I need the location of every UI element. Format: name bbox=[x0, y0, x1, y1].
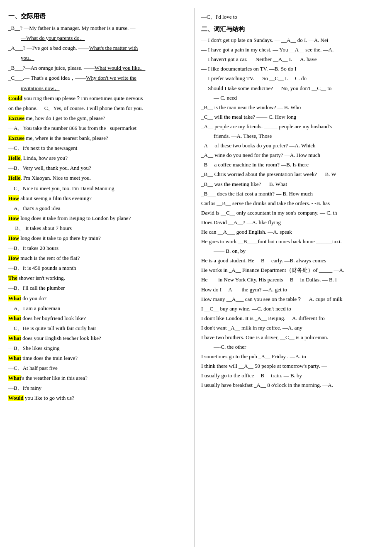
list-item: —B、She likes singing bbox=[8, 344, 188, 353]
list-item: —A、I am a policeman bbox=[8, 304, 188, 313]
list-item: —B、It is 450 pounds a month bbox=[8, 264, 188, 273]
list-item: — I don't get up late on Sundays. — __A_… bbox=[201, 36, 386, 45]
list-item: you。 bbox=[21, 54, 188, 63]
list-item: The shower isn't working. bbox=[8, 274, 188, 283]
list-item: — Should I take some medicine? — No, you… bbox=[201, 84, 386, 93]
list-item: What's the weather like in this area? bbox=[8, 374, 188, 383]
list-item: He is a good student. He __B__ early. —B… bbox=[201, 256, 386, 265]
highlight-word: Excuse bbox=[8, 115, 24, 121]
highlight-word: How bbox=[8, 235, 19, 241]
list-item: —C、Nice to meet you, too. I'm David Mann… bbox=[8, 184, 188, 193]
list-item: — I prefer watching TV. — So __C__ I. —C… bbox=[201, 74, 386, 83]
highlight-word: What bbox=[8, 335, 21, 341]
highlight-word: Hello bbox=[8, 155, 21, 161]
list-item: What do you do? bbox=[8, 294, 188, 303]
list-item: —B、 It takes about 7 hours bbox=[8, 224, 188, 233]
list-item: _C___.— That's a good idea，——Why don't w… bbox=[8, 73, 188, 83]
highlight-word: Hello bbox=[8, 175, 21, 181]
list-item: He____in New York City. His parents __B_… bbox=[201, 275, 386, 284]
list-item: —A、that's a good idea bbox=[8, 204, 188, 213]
list-item: —A、You take the number 866 bus from the … bbox=[8, 124, 188, 133]
list-item: He works in _A__ Finance Department（财务处）… bbox=[201, 266, 386, 275]
list-item: —B、It's rainy bbox=[8, 384, 188, 393]
list-item: I usually go to the office __B__ train. … bbox=[201, 371, 386, 380]
list-item: How much is the rent of the flat? bbox=[8, 254, 188, 263]
list-item: _A___? —I've got a bad cough. ——What's t… bbox=[8, 44, 188, 53]
list-item: David is __C__ only accountant in my son… bbox=[201, 208, 386, 218]
list-item: Hello. I'm Xiaoyan. Nice to meet you. bbox=[8, 174, 188, 183]
list-item: I have two brothers. One is a driver, __… bbox=[201, 333, 386, 342]
list-item: — C. need bbox=[214, 93, 386, 103]
list-item: _B__ was the meeting like? — B. What bbox=[201, 180, 386, 189]
list-item: —C、He is quite tall with fair curly hair bbox=[8, 324, 188, 333]
list-item: I don't like London. It is _A__ Beijing.… bbox=[201, 314, 386, 323]
list-item: _A__ of these two books do you prefer? —… bbox=[201, 141, 386, 150]
list-item: Excuse me, how do I get to the gym, plea… bbox=[8, 114, 188, 123]
list-item: Does David __A__? —A. like flying bbox=[201, 218, 386, 227]
list-item: —C、I'd love to bbox=[201, 12, 386, 22]
highlight-word: How bbox=[8, 255, 19, 261]
list-item: —B、I'll call the plumber bbox=[8, 284, 188, 293]
list-item: on the phone. —C、Yes, of course. I will … bbox=[8, 104, 188, 113]
list-item: _A__ people are my friends. _____ people… bbox=[201, 122, 386, 131]
highlight-word: What bbox=[8, 355, 21, 361]
list-item: How many __A___ can you see on the table… bbox=[201, 295, 386, 304]
list-item: — I haven't got a car. — Neither __A__ I… bbox=[201, 55, 386, 64]
list-item: Would you like to go with us? bbox=[8, 394, 188, 403]
list-item: —What do your parents do。 bbox=[21, 34, 188, 43]
list-item: How about seeing a film this evening? bbox=[8, 194, 188, 203]
highlight-word: Could bbox=[8, 95, 22, 101]
list-item: —C、At half past five bbox=[8, 364, 188, 373]
highlight-word: How bbox=[8, 195, 19, 201]
list-item: I think there will __A__ 50 people at to… bbox=[201, 362, 386, 371]
highlight-word: Excuse bbox=[8, 135, 24, 141]
list-item: What does your English teacher look like… bbox=[8, 334, 188, 343]
list-item: What time does the train leave? bbox=[8, 354, 188, 363]
highlight-word: What bbox=[8, 295, 21, 301]
list-item: — I have got a pain in my chest. — You _… bbox=[201, 45, 386, 54]
list-item: Hello, Linda, how are you? bbox=[8, 154, 188, 163]
list-item: I sometimes go to the pub _A__ Friday . … bbox=[201, 352, 386, 361]
list-item: —-C. the other bbox=[214, 342, 386, 352]
list-item: _B___ does the flat cost a month? — B. H… bbox=[201, 189, 386, 198]
list-item: — I like documentaries on TV. —B. So do … bbox=[201, 64, 386, 73]
list-item: How long does it take from Beijing to Lo… bbox=[8, 214, 188, 223]
list-item: _B___?—An orange juice, please. ——What w… bbox=[8, 64, 188, 73]
highlight-word: How bbox=[8, 215, 19, 221]
list-item: —— B. on, by bbox=[214, 247, 386, 256]
section2-title: 二、词汇与结构 bbox=[201, 25, 386, 33]
list-item: He can __A___ good English. —A. speak bbox=[201, 227, 386, 237]
list-item: How long does it take to go there by tra… bbox=[8, 234, 188, 243]
list-item: Could you ring them up please？I'm someti… bbox=[8, 94, 188, 103]
list-item: friends. —A. These, Those bbox=[214, 132, 386, 141]
highlight-word: What bbox=[8, 375, 21, 381]
page: 一、交际用语 _B__? —My father is a manager. My… bbox=[0, 0, 392, 555]
left-column: 一、交际用语 _B__? —My father is a manager. My… bbox=[0, 8, 195, 547]
list-item: _C__ will the meal take? —— C. How long bbox=[201, 112, 386, 122]
list-item: I usually have breakfast _A__ 8 o'clock … bbox=[201, 381, 386, 390]
list-item: What does her boyfriend look like? bbox=[8, 314, 188, 323]
list-item: I __C__ buy any wine. —C. don't need to bbox=[201, 304, 386, 313]
list-item: Excuse me, where is the nearest bank, pl… bbox=[8, 134, 188, 143]
list-item: _B__? —My father is a manager. My mother… bbox=[8, 24, 188, 33]
list-item: _B__ Chris worried about the presentatio… bbox=[201, 170, 386, 179]
list-item: He goes to work __B____foot but comes ba… bbox=[201, 237, 386, 246]
list-item: _B__ is the man near the window? — B. Wh… bbox=[201, 103, 386, 112]
list-item: I don't want _A__ milk in my coffee. —A.… bbox=[201, 323, 386, 333]
list-item: Carlos __B__ serve the drinks and take t… bbox=[201, 199, 386, 208]
list-item: —B、Very well, thank you. And you? bbox=[8, 164, 188, 173]
section1-title: 一、交际用语 bbox=[8, 12, 188, 20]
list-item: invitations now。 bbox=[21, 84, 188, 93]
list-item: —C、It's next to the newsagent bbox=[8, 144, 188, 153]
list-item: _A__ wine do you need for the party? —A.… bbox=[201, 151, 386, 160]
highlight-word: Would bbox=[8, 395, 24, 401]
list-item: _B__ a coffee machine in the room? —B. I… bbox=[201, 160, 386, 169]
list-item: —B、It takes 20 hours bbox=[8, 244, 188, 253]
highlight-word: What bbox=[8, 315, 21, 321]
right-column: —C、I'd love to 二、词汇与结构 — I don't get up … bbox=[195, 8, 392, 547]
highlight-word: The bbox=[8, 275, 17, 281]
list-item: How do I __A___ the gym? —A. get to bbox=[201, 285, 386, 294]
